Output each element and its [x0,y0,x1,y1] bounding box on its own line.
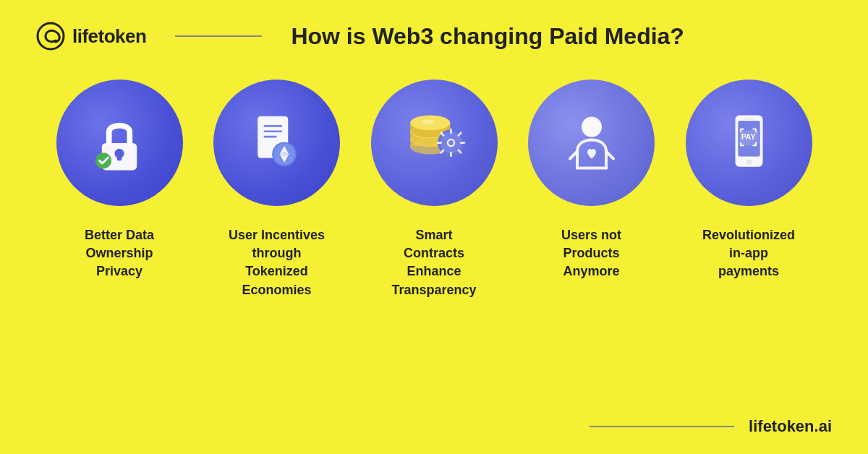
svg-point-36 [746,159,752,165]
svg-point-4 [95,153,111,168]
card-payments-label: Revolutionizedin-apppayments [702,226,795,281]
phone-pay-icon: PAY [715,101,783,184]
card-privacy-label: Better DataOwnershipPrivacy [85,226,154,281]
svg-rect-3 [117,153,122,160]
card-privacy: Better DataOwnershipPrivacy [51,80,188,281]
logo-area: lifetoken [36,22,146,51]
footer-text: lifetoken.ai [749,417,832,436]
circle-privacy [56,80,183,206]
footer: lifetoken.ai [590,417,832,436]
card-users: Users notProductsAnymore [523,80,660,281]
page-title: How is Web3 changing Paid Media? [291,23,684,50]
circle-incentives [213,80,340,206]
svg-point-28 [582,117,602,137]
svg-point-27 [448,140,454,145]
card-incentives: User IncentivesthroughTokenizedEconomies [208,80,346,299]
lifetoken-logo-icon [36,22,65,51]
circle-payments: PAY [686,80,812,206]
svg-point-23 [421,119,434,124]
circle-contracts [371,80,498,206]
cards-container: Better DataOwnershipPrivacy [36,80,832,299]
header: lifetoken How is Web3 changing Paid Medi… [36,22,832,51]
footer-divider [590,426,734,427]
lock-icon [80,103,159,183]
page-container: lifetoken How is Web3 changing Paid Medi… [0,0,868,454]
svg-text:PAY: PAY [741,133,755,141]
svg-rect-37 [743,118,754,119]
card-users-label: Users notProductsAnymore [561,226,621,281]
person-heart-icon [556,101,628,184]
card-payments: PAY Revolutionizedin-apppayments [680,80,817,281]
header-divider [175,35,262,37]
card-contracts-label: SmartContractsEnhanceTransparency [391,226,476,299]
logo-text: lifetoken [72,25,146,48]
coins-icon [393,101,476,184]
card-incentives-label: User IncentivesthroughTokenizedEconomies [229,226,325,299]
card-contracts: SmartContractsEnhanceTransparency [365,80,503,299]
circle-users [528,80,655,206]
document-eth-icon [239,105,315,181]
